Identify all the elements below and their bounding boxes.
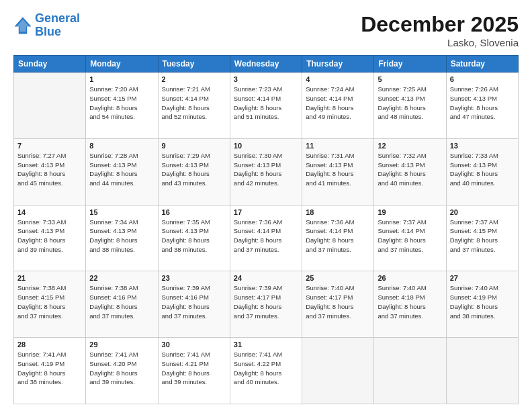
calendar-cell — [374, 338, 446, 404]
day-number: 14 — [17, 208, 82, 216]
calendar-cell: 20Sunrise: 7:37 AM Sunset: 4:15 PM Dayli… — [446, 205, 518, 271]
day-number: 21 — [17, 274, 82, 282]
day-number: 24 — [234, 274, 298, 282]
day-info: Sunrise: 7:37 AM Sunset: 4:14 PM Dayligh… — [378, 218, 442, 255]
calendar-cell: 7Sunrise: 7:27 AM Sunset: 4:13 PM Daylig… — [14, 138, 86, 205]
day-number: 12 — [378, 142, 442, 150]
calendar-cell: 31Sunrise: 7:41 AM Sunset: 4:22 PM Dayli… — [230, 338, 302, 404]
day-number: 8 — [89, 142, 154, 150]
calendar-cell: 25Sunrise: 7:40 AM Sunset: 4:17 PM Dayli… — [302, 271, 374, 338]
calendar-cell: 27Sunrise: 7:40 AM Sunset: 4:19 PM Dayli… — [446, 271, 518, 338]
day-info: Sunrise: 7:31 AM Sunset: 4:13 PM Dayligh… — [306, 151, 370, 188]
calendar-cell: 11Sunrise: 7:31 AM Sunset: 4:13 PM Dayli… — [302, 138, 374, 205]
day-number: 26 — [378, 274, 442, 282]
day-info: Sunrise: 7:38 AM Sunset: 4:15 PM Dayligh… — [17, 283, 82, 320]
day-number: 19 — [378, 208, 442, 216]
calendar-cell: 28Sunrise: 7:41 AM Sunset: 4:19 PM Dayli… — [14, 338, 86, 404]
day-number: 10 — [234, 142, 298, 150]
day-info: Sunrise: 7:39 AM Sunset: 4:17 PM Dayligh… — [234, 283, 298, 320]
day-info: Sunrise: 7:32 AM Sunset: 4:13 PM Dayligh… — [378, 151, 442, 188]
day-number: 6 — [450, 75, 515, 83]
day-number: 29 — [89, 340, 154, 349]
day-number: 7 — [17, 142, 82, 150]
weekday-header-wednesday: Wednesday — [230, 56, 302, 73]
week-row-2: 14Sunrise: 7:33 AM Sunset: 4:13 PM Dayli… — [14, 205, 519, 271]
calendar-cell: 23Sunrise: 7:39 AM Sunset: 4:16 PM Dayli… — [158, 271, 230, 338]
calendar-cell: 12Sunrise: 7:32 AM Sunset: 4:13 PM Dayli… — [374, 138, 446, 205]
day-number: 1 — [89, 75, 154, 83]
week-row-0: 1Sunrise: 7:20 AM Sunset: 4:15 PM Daylig… — [14, 73, 519, 139]
logo-icon — [13, 16, 32, 35]
calendar-cell: 19Sunrise: 7:37 AM Sunset: 4:14 PM Dayli… — [374, 205, 446, 271]
day-info: Sunrise: 7:33 AM Sunset: 4:13 PM Dayligh… — [17, 218, 82, 255]
day-number: 15 — [89, 208, 154, 216]
day-number: 30 — [162, 340, 226, 349]
day-number: 31 — [234, 340, 298, 349]
calendar: SundayMondayTuesdayWednesdayThursdayFrid… — [13, 55, 519, 404]
calendar-cell: 15Sunrise: 7:34 AM Sunset: 4:13 PM Dayli… — [86, 205, 158, 271]
calendar-cell: 9Sunrise: 7:29 AM Sunset: 4:13 PM Daylig… — [158, 138, 230, 205]
logo-line1: General — [35, 11, 80, 25]
calendar-cell — [302, 338, 374, 404]
month-year: December 2025 — [361, 12, 519, 37]
calendar-cell: 13Sunrise: 7:33 AM Sunset: 4:13 PM Dayli… — [446, 138, 518, 205]
weekday-header-saturday: Saturday — [446, 56, 518, 73]
day-number: 27 — [450, 274, 515, 282]
day-info: Sunrise: 7:40 AM Sunset: 4:18 PM Dayligh… — [378, 283, 442, 320]
day-info: Sunrise: 7:27 AM Sunset: 4:13 PM Dayligh… — [17, 151, 82, 188]
day-number: 5 — [378, 75, 442, 83]
calendar-cell: 2Sunrise: 7:21 AM Sunset: 4:14 PM Daylig… — [158, 73, 230, 139]
calendar-cell: 18Sunrise: 7:36 AM Sunset: 4:14 PM Dayli… — [302, 205, 374, 271]
day-info: Sunrise: 7:29 AM Sunset: 4:13 PM Dayligh… — [162, 151, 226, 188]
day-number: 9 — [162, 142, 226, 150]
calendar-cell: 29Sunrise: 7:41 AM Sunset: 4:20 PM Dayli… — [86, 338, 158, 404]
weekday-header-tuesday: Tuesday — [158, 56, 230, 73]
week-row-1: 7Sunrise: 7:27 AM Sunset: 4:13 PM Daylig… — [14, 138, 519, 205]
day-number: 3 — [234, 75, 298, 83]
calendar-cell: 22Sunrise: 7:38 AM Sunset: 4:16 PM Dayli… — [86, 271, 158, 338]
weekday-header-row: SundayMondayTuesdayWednesdayThursdayFrid… — [14, 56, 519, 73]
calendar-cell: 21Sunrise: 7:38 AM Sunset: 4:15 PM Dayli… — [14, 271, 86, 338]
calendar-cell: 16Sunrise: 7:35 AM Sunset: 4:13 PM Dayli… — [158, 205, 230, 271]
weekday-header-friday: Friday — [374, 56, 446, 73]
calendar-cell: 24Sunrise: 7:39 AM Sunset: 4:17 PM Dayli… — [230, 271, 302, 338]
day-info: Sunrise: 7:33 AM Sunset: 4:13 PM Dayligh… — [450, 151, 515, 188]
day-number: 16 — [162, 208, 226, 216]
week-row-4: 28Sunrise: 7:41 AM Sunset: 4:19 PM Dayli… — [14, 338, 519, 404]
location: Lasko, Slovenia — [361, 37, 519, 48]
day-info: Sunrise: 7:21 AM Sunset: 4:14 PM Dayligh… — [162, 85, 226, 122]
day-number: 11 — [306, 142, 370, 150]
week-row-3: 21Sunrise: 7:38 AM Sunset: 4:15 PM Dayli… — [14, 271, 519, 338]
day-info: Sunrise: 7:20 AM Sunset: 4:15 PM Dayligh… — [89, 85, 154, 122]
calendar-cell: 10Sunrise: 7:30 AM Sunset: 4:13 PM Dayli… — [230, 138, 302, 205]
calendar-cell: 26Sunrise: 7:40 AM Sunset: 4:18 PM Dayli… — [374, 271, 446, 338]
title-area: December 2025 Lasko, Slovenia — [361, 12, 519, 48]
day-info: Sunrise: 7:39 AM Sunset: 4:16 PM Dayligh… — [162, 283, 226, 320]
day-number: 2 — [162, 75, 226, 83]
day-info: Sunrise: 7:40 AM Sunset: 4:17 PM Dayligh… — [306, 283, 370, 320]
day-info: Sunrise: 7:36 AM Sunset: 4:14 PM Dayligh… — [234, 218, 298, 255]
calendar-cell: 1Sunrise: 7:20 AM Sunset: 4:15 PM Daylig… — [86, 73, 158, 139]
header: General Blue December 2025 Lasko, Sloven… — [13, 12, 519, 48]
calendar-cell: 4Sunrise: 7:24 AM Sunset: 4:14 PM Daylig… — [302, 73, 374, 139]
logo-text: General Blue — [35, 12, 80, 39]
calendar-cell: 8Sunrise: 7:28 AM Sunset: 4:13 PM Daylig… — [86, 138, 158, 205]
calendar-cell: 17Sunrise: 7:36 AM Sunset: 4:14 PM Dayli… — [230, 205, 302, 271]
day-info: Sunrise: 7:25 AM Sunset: 4:13 PM Dayligh… — [378, 85, 442, 122]
day-info: Sunrise: 7:41 AM Sunset: 4:20 PM Dayligh… — [89, 350, 154, 387]
calendar-cell: 3Sunrise: 7:23 AM Sunset: 4:14 PM Daylig… — [230, 73, 302, 139]
weekday-header-sunday: Sunday — [14, 56, 86, 73]
day-number: 18 — [306, 208, 370, 216]
day-number: 28 — [17, 340, 82, 349]
calendar-cell: 5Sunrise: 7:25 AM Sunset: 4:13 PM Daylig… — [374, 73, 446, 139]
day-info: Sunrise: 7:38 AM Sunset: 4:16 PM Dayligh… — [89, 283, 154, 320]
weekday-header-monday: Monday — [86, 56, 158, 73]
day-info: Sunrise: 7:41 AM Sunset: 4:22 PM Dayligh… — [234, 350, 298, 387]
day-info: Sunrise: 7:24 AM Sunset: 4:14 PM Dayligh… — [306, 85, 370, 122]
calendar-cell: 6Sunrise: 7:26 AM Sunset: 4:13 PM Daylig… — [446, 73, 518, 139]
day-number: 22 — [89, 274, 154, 282]
weekday-header-thursday: Thursday — [302, 56, 374, 73]
calendar-cell — [446, 338, 518, 404]
day-info: Sunrise: 7:37 AM Sunset: 4:15 PM Dayligh… — [450, 218, 515, 255]
day-number: 17 — [234, 208, 298, 216]
